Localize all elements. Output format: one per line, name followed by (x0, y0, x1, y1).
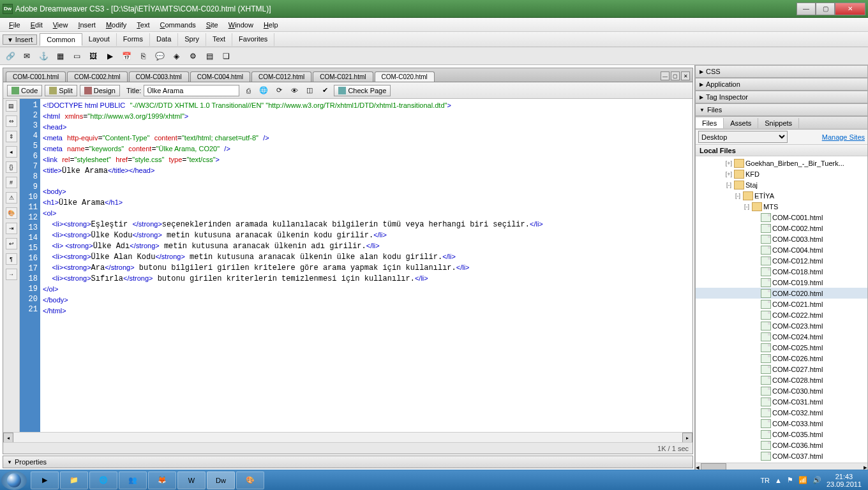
tree-file[interactable]: COM-C020.html (696, 288, 867, 299)
hyperlink-icon[interactable]: 🔗 (4, 50, 17, 63)
tree-folder[interactable]: [-]ETİYA (696, 190, 867, 201)
parent-tag-icon[interactable]: ◂ (6, 146, 17, 158)
email-link-icon[interactable]: ✉ (20, 50, 33, 63)
menu-insert[interactable]: Insert (73, 20, 101, 30)
doc-tab[interactable]: COM-C001.html (6, 71, 66, 82)
insert-tab-common[interactable]: Common (40, 33, 82, 46)
doc-tab[interactable]: COM-C002.html (67, 71, 127, 82)
close-button[interactable]: ✕ (835, 3, 865, 15)
properties-panel[interactable]: ▼ Properties (3, 456, 693, 468)
insert-tab-favorites[interactable]: Favorites (232, 33, 274, 46)
tree-file[interactable]: COM-C025.html (696, 342, 867, 353)
doc-minimize-button[interactable]: — (661, 71, 670, 80)
tray-lang[interactable]: TR (760, 477, 770, 484)
tree-file[interactable]: COM-C024.html (696, 331, 867, 342)
menu-window[interactable]: Window (223, 20, 258, 30)
check-page-button[interactable]: Check Page (334, 85, 391, 96)
task-ie[interactable]: 🌐 (89, 471, 117, 489)
doc-tab[interactable]: COM-C003.html (129, 71, 189, 82)
tree-file[interactable]: COM-C032.html (696, 407, 867, 418)
minimize-button[interactable]: — (797, 3, 816, 15)
scroll-right-icon[interactable]: ▸ (682, 433, 692, 443)
doc-tab[interactable]: COM-C020.html (375, 71, 435, 82)
tree-file[interactable]: COM-C023.html (696, 320, 867, 331)
panel-tag-inspector[interactable]: ▶Tag Inspector (695, 91, 868, 103)
code-editor[interactable]: <!DOCTYPE html PUBLIC "-//W3C//DTD XHTML… (40, 99, 692, 432)
tree-file[interactable]: COM-C026.html (696, 353, 867, 364)
tree-file[interactable]: COM-C003.html (696, 234, 867, 244)
tree-file[interactable]: COM-C028.html (696, 375, 867, 385)
task-firefox[interactable]: 🦊 (148, 471, 176, 489)
menu-modify[interactable]: Modify (101, 20, 131, 30)
div-icon[interactable]: ▭ (70, 50, 83, 63)
tray-flag-icon[interactable]: ▲ (775, 477, 782, 484)
tree-file[interactable]: COM-C001.html (696, 212, 867, 223)
menu-file[interactable]: File (4, 20, 26, 30)
visual-aids-icon[interactable]: ◫ (303, 84, 316, 97)
file-tree[interactable]: [+]Goekhan_Birben_-_Bir_Tuerk...[+]KFD[-… (696, 156, 867, 463)
menu-commands[interactable]: Commands (155, 20, 201, 30)
maximize-button[interactable]: ▢ (816, 3, 835, 15)
view-options-icon[interactable]: 👁 (288, 84, 301, 97)
insert-tab-text[interactable]: Text (206, 33, 232, 46)
task-media-player[interactable]: ▶ (31, 471, 59, 489)
task-explorer[interactable]: 📁 (60, 471, 88, 489)
tree-file[interactable]: COM-C022.html (696, 309, 867, 320)
manage-sites-link[interactable]: Manage Sites (822, 133, 865, 141)
insert-tab-layout[interactable]: Layout (82, 33, 117, 46)
anchor-icon[interactable]: ⚓ (37, 50, 50, 63)
tree-file[interactable]: COM-C036.html (696, 440, 867, 450)
tree-folder[interactable]: [-]MTS (696, 201, 867, 212)
tree-folder[interactable]: [-]Staj (696, 179, 867, 190)
open-documents-icon[interactable]: ▤ (6, 100, 17, 112)
tree-file[interactable]: COM-C012.html (696, 255, 867, 266)
refresh-icon[interactable]: ⟳ (273, 84, 285, 97)
tree-folder[interactable]: [+]KFD (696, 168, 867, 179)
tree-file[interactable]: COM-C033.html (696, 418, 867, 429)
validate-icon[interactable]: ✔ (318, 84, 331, 97)
files-tab-files[interactable]: Files (696, 118, 724, 128)
task-word[interactable]: W (177, 471, 206, 489)
tray-volume-icon[interactable]: 🔊 (812, 476, 821, 484)
auto-indent-icon[interactable]: ⇥ (6, 223, 17, 234)
syntax-coloring-icon[interactable]: 🎨 (6, 207, 17, 219)
hidden-chars-icon[interactable]: ¶ (6, 253, 17, 265)
tree-file[interactable]: COM-C037.html (696, 450, 867, 461)
panel-css[interactable]: ▶CSS (695, 65, 868, 78)
collapse-icon[interactable]: ⇔ (6, 115, 17, 127)
insert-toggle[interactable]: ▼ Insert (3, 34, 37, 45)
tray-action-center-icon[interactable]: ⚑ (787, 476, 793, 484)
image-icon[interactable]: 🖼 (87, 50, 100, 63)
templates-icon[interactable]: ▤ (203, 50, 216, 63)
tree-folder[interactable]: [+]Goekhan_Birben_-_Bir_Tuerk... (696, 158, 867, 168)
tree-file[interactable]: COM-C027.html (696, 364, 867, 375)
highlight-invalid-icon[interactable]: ⚠ (6, 192, 17, 204)
file-management-icon[interactable]: ⎙ (242, 84, 255, 97)
line-numbers-icon[interactable]: # (6, 177, 17, 188)
files-tab-snippets[interactable]: Snippets (758, 118, 799, 128)
server-include-icon[interactable]: ⎘ (137, 50, 149, 63)
doc-tab[interactable]: COM-C012.html (251, 71, 311, 82)
menu-text[interactable]: Text (131, 20, 154, 30)
insert-tab-forms[interactable]: Forms (117, 33, 150, 46)
media-icon[interactable]: ▶ (103, 50, 116, 63)
start-button[interactable] (1, 471, 27, 490)
horizontal-scrollbar[interactable]: ◂ ▸ (3, 432, 692, 442)
design-view-button[interactable]: Design (80, 85, 120, 96)
task-paint[interactable]: 🎨 (236, 471, 264, 489)
title-input[interactable] (144, 85, 239, 96)
tree-file[interactable]: COM-C004.html (696, 244, 867, 255)
tree-file[interactable]: COM-C030.html (696, 385, 867, 396)
panel-files[interactable]: ▼Files (695, 103, 868, 116)
tree-file[interactable]: COM-C031.html (696, 396, 867, 407)
table-icon[interactable]: ▦ (54, 50, 66, 63)
script-icon[interactable]: ⚙ (186, 50, 199, 63)
indent-icon[interactable]: → (6, 269, 17, 280)
doc-restore-button[interactable]: ▢ (671, 71, 680, 80)
tree-file[interactable]: COM-C035.html (696, 429, 867, 440)
doc-close-button[interactable]: ✕ (681, 71, 690, 80)
menu-view[interactable]: View (48, 20, 73, 30)
code-view-button[interactable]: Code (7, 85, 42, 96)
comment-icon[interactable]: 💬 (153, 50, 166, 63)
insert-tab-data[interactable]: Data (150, 33, 178, 46)
